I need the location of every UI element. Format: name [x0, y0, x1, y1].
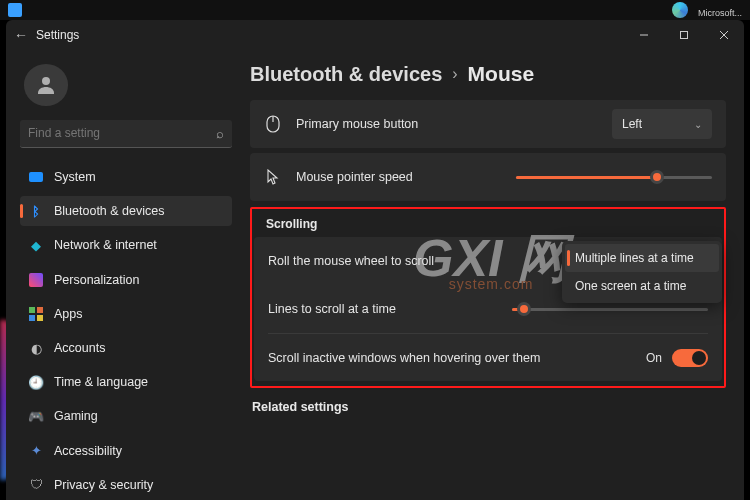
minimize-button[interactable] — [624, 20, 664, 50]
option-label: Multiple lines at a time — [575, 251, 694, 265]
pointer-speed-card: Mouse pointer speed — [250, 153, 726, 201]
pointer-speed-slider[interactable] — [516, 167, 712, 187]
sidebar-item-privacy-security[interactable]: 🛡Privacy & security — [20, 470, 232, 500]
setting-label: Scroll inactive windows when hovering ov… — [268, 351, 632, 365]
setting-label: Lines to scroll at a time — [268, 302, 498, 316]
chevron-right-icon: › — [452, 65, 457, 83]
edge-icon[interactable] — [672, 2, 688, 18]
person-icon: ◐ — [28, 340, 44, 356]
shield-icon: 🛡 — [28, 477, 44, 493]
sidebar-item-label: Gaming — [54, 409, 98, 423]
sidebar-item-label: System — [54, 170, 96, 184]
sidebar-item-accessibility[interactable]: ✦Accessibility — [20, 436, 232, 466]
svg-rect-1 — [681, 32, 688, 39]
scrolling-section-highlight: Scrolling Roll the mouse wheel to scroll… — [250, 207, 726, 388]
breadcrumb-current: Mouse — [468, 62, 535, 86]
mouse-icon — [264, 115, 282, 133]
sidebar-item-accounts[interactable]: ◐Accounts — [20, 333, 232, 363]
sidebar-item-label: Apps — [54, 307, 83, 321]
sidebar-item-label: Privacy & security — [54, 478, 153, 492]
svg-point-4 — [42, 77, 50, 85]
sidebar-item-bluetooth-devices[interactable]: ᛒBluetooth & devices — [20, 196, 232, 226]
desktop-taskbar: Microsoft... — [0, 0, 750, 20]
breadcrumb-parent[interactable]: Bluetooth & devices — [250, 63, 442, 86]
sidebar-item-apps[interactable]: Apps — [20, 299, 232, 329]
clock-icon: 🕘 — [28, 374, 44, 390]
cursor-icon — [264, 169, 282, 185]
sidebar-item-label: Time & language — [54, 375, 148, 389]
primary-button-dropdown[interactable]: Left ⌄ — [612, 109, 712, 139]
bluetooth-icon: ᛒ — [28, 203, 44, 219]
sidebar-item-personalization[interactable]: Personalization — [20, 265, 232, 295]
slider-thumb[interactable] — [650, 170, 664, 184]
scroll-inactive-row: Scroll inactive windows when hovering ov… — [268, 333, 708, 381]
taskbar-app-icon[interactable] — [8, 3, 22, 17]
sidebar-item-label: Accounts — [54, 341, 105, 355]
sidebar-item-label: Bluetooth & devices — [54, 204, 165, 218]
sidebar: ⌕ System ᛒBluetooth & devices ◆Network &… — [6, 50, 238, 500]
back-button[interactable]: ← — [6, 27, 36, 43]
window-title: Settings — [36, 28, 79, 42]
display-icon — [29, 172, 43, 182]
toggle-state: On — [646, 351, 662, 365]
roll-wheel-options-menu[interactable]: Multiple lines at a time One screen at a… — [562, 241, 722, 303]
option-one-screen[interactable]: One screen at a time — [565, 272, 719, 300]
settings-window: ← Settings ⌕ System ᛒBluetooth & devices… — [6, 20, 744, 500]
chevron-down-icon: ⌄ — [694, 119, 702, 130]
option-multiple-lines[interactable]: Multiple lines at a time — [565, 244, 719, 272]
sidebar-item-label: Personalization — [54, 273, 139, 287]
option-label: One screen at a time — [575, 279, 686, 293]
primary-mouse-button-card: Primary mouse button Left ⌄ — [250, 100, 726, 148]
breadcrumb: Bluetooth & devices › Mouse — [250, 62, 726, 86]
sidebar-item-time-language[interactable]: 🕘Time & language — [20, 367, 232, 397]
related-settings-header: Related settings — [250, 388, 726, 420]
wifi-icon: ◆ — [28, 237, 44, 253]
sidebar-item-network[interactable]: ◆Network & internet — [20, 230, 232, 260]
close-button[interactable] — [704, 20, 744, 50]
sidebar-item-label: Network & internet — [54, 238, 157, 252]
sidebar-item-system[interactable]: System — [20, 162, 232, 192]
sidebar-item-label: Accessibility — [54, 444, 122, 458]
apps-icon — [29, 307, 43, 321]
search-icon: ⌕ — [216, 126, 224, 141]
main-content: Bluetooth & devices › Mouse Primary mous… — [238, 50, 744, 500]
scroll-inactive-toggle[interactable] — [672, 349, 708, 367]
sidebar-item-gaming[interactable]: 🎮Gaming — [20, 401, 232, 431]
paint-icon — [29, 273, 43, 287]
titlebar: ← Settings — [6, 20, 744, 50]
section-header: Scrolling — [252, 213, 724, 237]
setting-label: Primary mouse button — [296, 117, 598, 131]
search-input[interactable] — [28, 126, 216, 140]
user-avatar[interactable] — [24, 64, 68, 106]
search-box[interactable]: ⌕ — [20, 120, 232, 148]
setting-label: Mouse pointer speed — [296, 170, 502, 184]
setting-label: Roll the mouse wheel to scroll — [268, 254, 534, 268]
maximize-button[interactable] — [664, 20, 704, 50]
gamepad-icon: 🎮 — [28, 408, 44, 424]
dropdown-value: Left — [622, 117, 642, 131]
accessibility-icon: ✦ — [28, 443, 44, 459]
slider-thumb[interactable] — [517, 302, 531, 316]
edge-label: Microsoft... — [698, 8, 742, 18]
